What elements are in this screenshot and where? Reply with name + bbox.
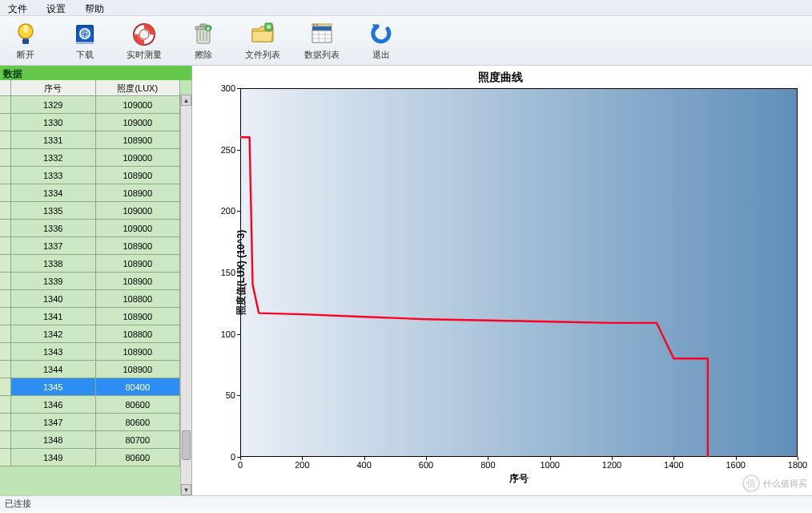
- cell-lux: 108900: [96, 361, 181, 378]
- table-row[interactable]: 134580400: [0, 378, 180, 396]
- cell-index: 1348: [11, 431, 96, 448]
- watermark-text: 什么值得买: [763, 478, 807, 490]
- cell-lux: 109000: [96, 149, 181, 166]
- table-row[interactable]: 1338108900: [0, 255, 180, 273]
- table-row[interactable]: 134880700: [0, 431, 180, 449]
- data-list-button[interactable]: 数据列表: [299, 18, 344, 63]
- table-row[interactable]: 134980600: [0, 449, 180, 467]
- menu-settings[interactable]: 设置: [42, 2, 70, 14]
- table-row[interactable]: 1341108900: [0, 308, 180, 325]
- row-gutter: [0, 149, 11, 166]
- exit-button[interactable]: 退出: [359, 18, 404, 63]
- cell-lux: 80600: [96, 414, 181, 430]
- row-gutter: [0, 114, 11, 131]
- cell-lux: 108900: [96, 343, 181, 360]
- menu-help[interactable]: 帮助: [80, 2, 109, 14]
- chart-title: 照度曲线: [195, 71, 806, 85]
- content-area: 数据 序号 照度(LUX) 13291090001330109000133110…: [0, 66, 812, 495]
- svg-point-30: [313, 23, 316, 26]
- grid-body[interactable]: 1329109000133010900013311089001332109000…: [0, 96, 180, 467]
- svg-rect-15: [200, 24, 207, 26]
- row-gutter: [0, 343, 11, 360]
- vertical-scrollbar[interactable]: ▲ ▼: [180, 95, 191, 495]
- cell-lux: 108900: [96, 308, 181, 325]
- scroll-up-button[interactable]: ▲: [181, 95, 191, 106]
- table-row[interactable]: 1343108900: [0, 343, 180, 361]
- cell-index: 1335: [11, 202, 96, 219]
- panel-title: 数据: [0, 66, 191, 80]
- svg-rect-9: [76, 42, 94, 44]
- watermark-badge-icon: 值: [742, 475, 760, 492]
- cell-index: 1344: [11, 361, 96, 378]
- table-row[interactable]: 1339108900: [0, 273, 180, 290]
- file-list-button[interactable]: 文件列表: [240, 18, 285, 63]
- col-lux-header[interactable]: 照度(LUX): [96, 80, 181, 95]
- svg-rect-4: [22, 42, 29, 42]
- realtime-label: 实时测量: [127, 49, 162, 61]
- row-gutter: [0, 167, 11, 184]
- cell-index: 1329: [11, 96, 96, 113]
- menu-file[interactable]: 文件: [3, 2, 32, 14]
- erase-label: 擦除: [195, 49, 212, 61]
- cell-index: 1331: [11, 131, 96, 148]
- cell-lux: 108900: [96, 273, 181, 289]
- table-row[interactable]: 1340108800: [0, 290, 180, 308]
- disconnect-label: 断开: [17, 49, 34, 61]
- row-gutter: [0, 131, 11, 148]
- cell-index: 1334: [11, 184, 96, 201]
- row-gutter: [0, 184, 11, 201]
- table-row[interactable]: 134780600: [0, 414, 180, 431]
- row-gutter: [0, 325, 11, 342]
- cell-index: 1337: [11, 237, 96, 254]
- cell-lux: 80700: [96, 431, 181, 448]
- col-index-header[interactable]: 序号: [11, 80, 96, 95]
- trash-icon: [190, 21, 217, 48]
- realtime-button[interactable]: 实时测量: [122, 18, 167, 63]
- svg-point-31: [316, 23, 319, 26]
- download-button[interactable]: @ 下载: [62, 18, 107, 63]
- row-gutter: [0, 273, 11, 289]
- table-row[interactable]: 1333108900: [0, 167, 180, 184]
- cell-lux: 109000: [96, 202, 181, 219]
- svg-rect-23: [312, 26, 332, 30]
- table-row[interactable]: 1329109000: [0, 96, 180, 114]
- cell-lux: 108900: [96, 131, 181, 148]
- disconnect-button[interactable]: 断开: [3, 18, 48, 63]
- cell-lux: 108800: [96, 290, 181, 307]
- svg-text:@: @: [81, 30, 89, 38]
- svg-rect-24: [312, 30, 332, 42]
- svg-point-12: [139, 30, 149, 39]
- table-row[interactable]: 1331108900: [0, 131, 180, 149]
- cell-lux: 109000: [96, 114, 181, 131]
- cell-lux: 109000: [96, 220, 181, 236]
- table-row[interactable]: 1337108900: [0, 237, 180, 255]
- table-row[interactable]: 1332109000: [0, 149, 180, 167]
- table-row[interactable]: 1335109000: [0, 202, 180, 220]
- scroll-thumb[interactable]: [182, 430, 191, 460]
- table-row[interactable]: 1334108900: [0, 184, 180, 202]
- row-gutter: [0, 308, 11, 325]
- cell-index: 1339: [11, 273, 96, 289]
- cell-index: 1341: [11, 308, 96, 325]
- download-icon: @: [71, 21, 98, 48]
- grid-gutter-header: [0, 80, 11, 95]
- cell-index: 1345: [11, 378, 96, 395]
- row-gutter: [0, 290, 11, 307]
- cell-lux: 80600: [96, 449, 181, 466]
- svg-rect-2: [22, 38, 29, 44]
- cell-lux: 108900: [96, 237, 181, 254]
- exit-label: 退出: [372, 49, 390, 61]
- erase-button[interactable]: 擦除: [181, 18, 226, 63]
- table-row[interactable]: 134680600: [0, 396, 180, 414]
- cell-index: 1330: [11, 114, 96, 131]
- cell-index: 1343: [11, 343, 96, 360]
- table-row[interactable]: 1342108800: [0, 325, 180, 343]
- lightbulb-icon: [12, 21, 39, 48]
- scroll-down-button[interactable]: ▼: [181, 484, 191, 495]
- row-gutter: [0, 378, 11, 395]
- cell-index: 1332: [11, 149, 96, 166]
- table-row[interactable]: 1330109000: [0, 114, 180, 131]
- table-row[interactable]: 1344108900: [0, 361, 180, 378]
- data-list-label: 数据列表: [304, 49, 340, 61]
- table-row[interactable]: 1336109000: [0, 220, 180, 237]
